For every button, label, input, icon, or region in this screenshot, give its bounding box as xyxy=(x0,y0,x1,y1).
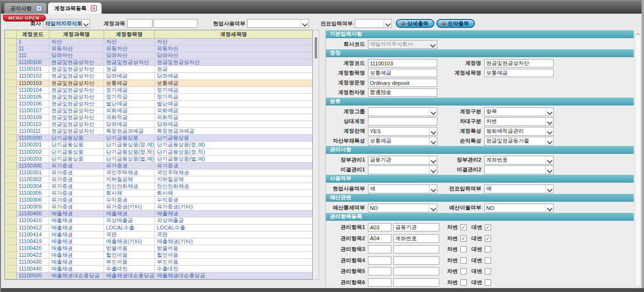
debit-checkbox[interactable] xyxy=(460,279,467,286)
row-selector[interactable] xyxy=(5,94,17,100)
row-selector[interactable] xyxy=(5,197,17,203)
account-class-select[interactable]: 항목 xyxy=(484,107,554,116)
credit-checkbox[interactable] xyxy=(485,224,491,230)
credit-checkbox[interactable] xyxy=(485,235,491,242)
row-selector[interactable] xyxy=(5,45,17,52)
mgmt-item-code-input[interactable] xyxy=(368,256,391,265)
row-selector[interactable] xyxy=(5,73,17,79)
pending-mgmt1-select[interactable] xyxy=(368,166,437,174)
scrollbar-thumb[interactable] xyxy=(315,37,317,59)
row-selector[interactable] xyxy=(5,149,17,155)
mgmt-item-name-input[interactable] xyxy=(393,234,439,243)
table-row[interactable]: 11100111현금및현금성자산특정현금과예금특정현금과예금 xyxy=(5,128,312,135)
table-row[interactable]: 11유동자산유동자산유동자산 xyxy=(5,45,312,52)
table-row[interactable]: 11100301유가증권국민주택채권국민주택채권 xyxy=(5,169,312,176)
table-row[interactable]: 11100304유가증권전신전화채권전신전화채권 xyxy=(5,183,312,190)
mgmt-item-name-input[interactable] xyxy=(393,223,439,231)
mgmt-item-code-input[interactable] xyxy=(368,234,391,243)
table-row[interactable]: 11100302유가증권지하철공채지하철공채 xyxy=(5,176,312,183)
row-selector[interactable] xyxy=(5,142,17,148)
field-use-detail-select[interactable]: 예 xyxy=(368,185,437,193)
table-row[interactable]: 11100305유가증권회사채회사채 xyxy=(5,190,312,197)
table-row[interactable]: 11100101현금및현금성자산현금현금 xyxy=(5,66,312,73)
row-selector[interactable] xyxy=(5,163,17,169)
account-trait-select[interactable]: 원화예적금관리 xyxy=(484,127,554,136)
account-code-search-input[interactable] xyxy=(127,19,152,28)
account-hanja-input[interactable] xyxy=(368,88,437,97)
counter-account-input[interactable] xyxy=(368,117,437,125)
profit-loss-trait-select[interactable]: 현금및현금등가물 xyxy=(484,137,554,146)
company-code-select[interactable]: 제일저지주식회사 xyxy=(368,40,437,49)
row-selector[interactable] xyxy=(5,217,17,224)
table-row[interactable]: 11100410매출채권외상매출금외상매출금 xyxy=(5,217,312,224)
table-row[interactable]: 11100107현금및현금성자산외화예금외화예금 xyxy=(5,107,312,114)
row-selector[interactable] xyxy=(5,39,17,45)
row-selector[interactable] xyxy=(5,52,17,59)
row-selector[interactable] xyxy=(5,259,17,265)
mgmt-item-code-input[interactable] xyxy=(368,223,391,231)
budget-control-select[interactable]: NO xyxy=(368,204,437,212)
table-row[interactable]: 11100106현금및현금성자산별단예금별단예금 xyxy=(5,101,312,107)
account-name-input[interactable] xyxy=(484,59,554,67)
asset-liability-trait-select[interactable]: 보통예금 xyxy=(368,137,437,146)
table-row[interactable]: 11100440매출채권수출대전수출대전 xyxy=(5,266,312,272)
tab-account-register[interactable]: 계정과목등록 ✕ xyxy=(48,2,102,14)
table-row[interactable]: 11100306유가증권수익증권수익증권 xyxy=(5,197,312,204)
slip-entry-detail-select[interactable]: 예 xyxy=(484,185,554,193)
table-scrollbar[interactable] xyxy=(313,30,319,280)
account-detail-input[interactable] xyxy=(484,69,554,77)
close-icon[interactable]: ✕ xyxy=(91,5,97,11)
row-selector[interactable] xyxy=(5,80,17,86)
row-selector[interactable] xyxy=(5,204,17,210)
row-selector[interactable] xyxy=(5,210,17,217)
table-row[interactable]: 11100100현금및현금성자산현금및현금성자산현금및현금성자산 xyxy=(5,59,312,66)
table-row[interactable]: 11100414매출채권국판국판 xyxy=(5,231,312,238)
table-row[interactable]: 11100105현금및현금성자산정기적금정기적금 xyxy=(5,94,312,101)
table-row[interactable]: 11100109현금및현금성자산외화적금외화적금 xyxy=(5,114,312,121)
mgmt-item-name-input[interactable] xyxy=(393,267,439,275)
budget-carryover-select[interactable]: NO xyxy=(484,204,554,212)
company-select[interactable]: 제일저지주식회사 xyxy=(43,19,90,28)
debit-checkbox[interactable] xyxy=(460,257,467,264)
row-selector[interactable] xyxy=(5,107,17,114)
summary-print-button[interactable]: 요약출력 xyxy=(436,19,475,28)
row-selector[interactable] xyxy=(5,266,17,272)
mgmt-item-name-input[interactable] xyxy=(393,245,439,253)
row-selector[interactable] xyxy=(5,135,17,141)
account-english-input[interactable] xyxy=(368,79,437,87)
table-row[interactable]: 11100202단기금융상품단기금융상품(정,적)단기금융상품(정,적) xyxy=(5,149,312,156)
slip-entry-select[interactable] xyxy=(355,19,392,28)
credit-checkbox[interactable] xyxy=(485,257,491,264)
row-selector[interactable] xyxy=(5,231,17,238)
debit-checkbox[interactable] xyxy=(460,268,467,274)
account-balance-select[interactable]: YES xyxy=(368,127,437,136)
credit-checkbox[interactable] xyxy=(485,279,491,286)
table-row[interactable]: 11100412매출채권LOCAL수출LOCAL수출 xyxy=(5,225,312,231)
menu-open-button[interactable]: MENU OPEN xyxy=(3,15,46,21)
table-row[interactable]: 11100430매출채권부도어음부도어음 xyxy=(5,259,312,266)
table-row[interactable]: 11100104현금및현금성자산정기예금정기예금 xyxy=(5,87,312,94)
panel-scrollbar[interactable] xyxy=(635,31,641,286)
row-selector[interactable] xyxy=(5,87,17,93)
account-code-input[interactable] xyxy=(368,59,437,67)
credit-checkbox[interactable] xyxy=(485,268,491,274)
row-selector[interactable] xyxy=(5,252,17,258)
mgmt-item-name-input[interactable] xyxy=(393,278,439,287)
close-icon[interactable]: ✕ xyxy=(36,5,42,11)
debit-checkbox[interactable] xyxy=(460,246,467,252)
credit-checkbox[interactable] xyxy=(485,246,491,252)
row-selector[interactable] xyxy=(5,169,17,176)
mgmt-item-name-input[interactable] xyxy=(393,256,439,265)
field-use-select[interactable] xyxy=(247,19,309,28)
table-row[interactable]: 111당좌자산당좌자산당좌자산 xyxy=(5,52,312,59)
pending-mgmt2-select[interactable] xyxy=(484,166,554,174)
row-selector[interactable] xyxy=(5,245,17,251)
table-row[interactable]: 11100300유가증권유가증권유가증권 xyxy=(5,163,312,169)
account-name-search-input[interactable] xyxy=(153,19,197,28)
debit-credit-select[interactable]: 차변 xyxy=(484,117,554,126)
book-mgmt1-select[interactable]: 금융기관 xyxy=(368,156,437,165)
table-row[interactable]: 11100110현금및현금성자산당좌예금당좌예금 xyxy=(5,121,312,128)
table-row[interactable]: 11100500매출채권대손충당금매출채권대손충당금매출채권대손충당금 xyxy=(5,272,312,279)
table-row[interactable]: 11100102현금및현금성자산당좌예금당좌예금 xyxy=(5,73,312,80)
table-row[interactable]: 1자산자산자산 xyxy=(5,39,312,45)
